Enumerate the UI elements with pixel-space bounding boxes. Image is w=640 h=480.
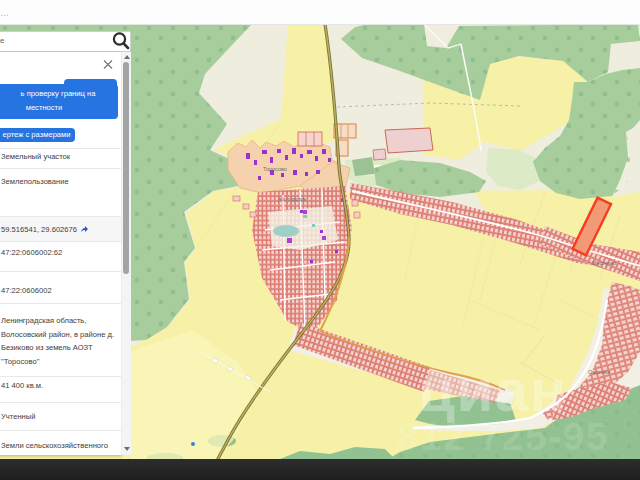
svg-text:812 725-95: 812 725-95 bbox=[397, 416, 609, 458]
svg-text:циан: циан bbox=[418, 357, 567, 424]
svg-text:Жилгородок: Жилгородок bbox=[278, 196, 307, 202]
svg-text:Торосово: Торосово bbox=[263, 166, 287, 172]
svg-text:Местечко: Местечко bbox=[592, 260, 616, 266]
svg-text:Ожогино: Ожогино bbox=[588, 369, 610, 375]
